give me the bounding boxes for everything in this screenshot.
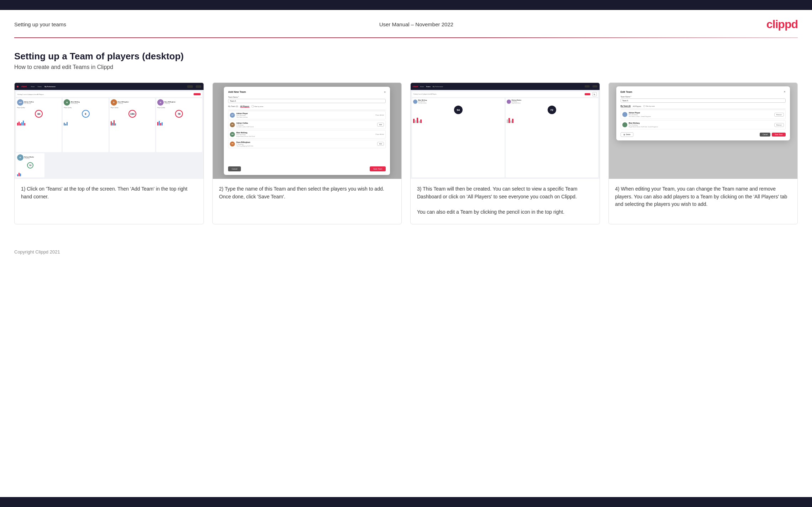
footer: Copyright Clippd 2021: [0, 246, 812, 261]
card-4: Edit Team × Team Name * Team A My Team (…: [608, 82, 798, 224]
modal2-tab-my-team[interactable]: My Team (2): [228, 105, 238, 107]
footer-copyright: Copyright Clippd 2021: [14, 249, 60, 255]
modal4-cancel-button[interactable]: Cancel: [760, 133, 770, 137]
card-2-screenshot: Add New Team × Team Name * Team A My Tea…: [213, 83, 402, 179]
card-2-text: 2) Type the name of this Team and then s…: [213, 179, 402, 224]
modal2-player-row-1: AP Adrian Player Plus Handicap The Shire…: [228, 111, 386, 119]
modal2-add-btn-2[interactable]: Add: [377, 123, 384, 127]
modal4-remove-btn-2[interactable]: Remove: [774, 123, 784, 127]
card-1-screenshot: clippd Home Teams My Performance Finding…: [15, 83, 204, 179]
modal2-footer: Cancel Save Team: [228, 166, 386, 171]
modal2-add-btn-4[interactable]: Add: [377, 142, 384, 146]
bottom-bar: [0, 497, 812, 507]
modal2-team-name-input[interactable]: Team A: [228, 99, 386, 103]
modal2-cancel-button[interactable]: Cancel: [228, 166, 241, 171]
card-1-text: 1) Click on 'Teams' at the top of the sc…: [15, 179, 204, 224]
cards-grid: clippd Home Teams My Performance Finding…: [14, 82, 798, 224]
card-4-text: 4) When editing your Team, you can chang…: [609, 179, 798, 224]
header: Setting up your teams User Manual – Nove…: [0, 10, 812, 37]
page-title: Setting up a Team of players (desktop): [14, 51, 798, 62]
card-3: clippd Home Teams My Performance: [410, 82, 600, 224]
modal4-close[interactable]: ×: [784, 90, 786, 94]
modal2-tabs: My Team (2) All Players Filter by name: [228, 105, 386, 108]
card-3-text: 3) This Team will then be created. You c…: [411, 179, 600, 224]
modal2-tab-all-players[interactable]: All Players: [240, 105, 249, 108]
page-subtitle: How to create and edit Teams in Clippd: [14, 64, 798, 70]
card-4-screenshot: Edit Team × Team Name * Team A My Team (…: [609, 83, 798, 179]
modal4-footer: 🗑 Delete Cancel Save Team: [621, 132, 786, 137]
modal4-team-name-input[interactable]: Team A: [621, 98, 786, 103]
modal4-save-button[interactable]: Save Team: [772, 133, 785, 137]
modal2-player-row-2: AC Adrian Coliba 1 Handicap Central Lond…: [228, 121, 386, 129]
clippd-logo: clippd: [766, 18, 798, 31]
modal2-player-row-4: DB Dave Billingham 5 Handicap The Dog Ma…: [228, 140, 386, 148]
header-center-text: User Manual – November 2022: [379, 21, 453, 27]
modal4-player-row-2: Blair McHarg Plus Handicap Royal North D…: [621, 120, 786, 129]
modal2-player-list: AP Adrian Player Plus Handicap The Shire…: [228, 111, 386, 164]
page-content: Setting up a Team of players (desktop) H…: [0, 38, 812, 246]
modal4-delete-button[interactable]: 🗑 Delete: [621, 132, 633, 137]
card-3-screenshot: clippd Home Teams My Performance: [411, 83, 600, 179]
modal2-title: Add New Team: [228, 91, 246, 93]
card-2: Add New Team × Team Name * Team A My Tea…: [212, 82, 402, 224]
modal2-player-row-3: BM Blair McHarg Plus Handicap Royal Nort…: [228, 130, 386, 139]
card-1: clippd Home Teams My Performance Finding…: [14, 82, 204, 224]
header-left-text: Setting up your teams: [14, 21, 66, 27]
modal4-player-row-1: Adrian Player Plus Handicap The Shire Lo…: [621, 110, 786, 119]
modal2-field-label: Team Name *: [228, 96, 386, 98]
modal4-remove-btn-1[interactable]: Remove: [774, 113, 784, 117]
modal2-save-button[interactable]: Save Team: [370, 166, 386, 171]
top-bar: [0, 0, 812, 10]
modal2-filter[interactable]: Filter by name: [254, 106, 263, 107]
modal2-close[interactable]: ×: [384, 90, 386, 94]
